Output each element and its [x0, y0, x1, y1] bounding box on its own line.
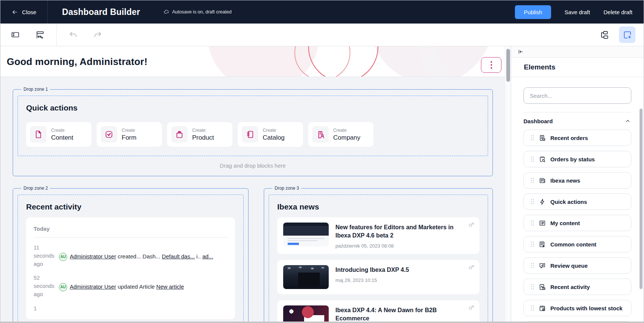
quick-action-kicker: Create [122, 128, 137, 133]
drag-handle-icon[interactable] [531, 135, 534, 141]
drop-zone-3[interactable]: Drop zone 3 Ibexa news New features for … [264, 186, 493, 323]
news-article-card[interactable]: New features for Editors and Marketers i… [277, 217, 479, 254]
activity-link[interactable]: Administrator User [70, 283, 116, 290]
drag-handle-icon[interactable] [531, 241, 534, 247]
main-scrollbar-track[interactable] [505, 46, 511, 323]
drag-handle-icon[interactable] [531, 263, 534, 268]
quick-actions-cards: Create Content Create Form [26, 122, 479, 147]
redo-button[interactable] [90, 27, 106, 43]
open-in-new-icon[interactable] [468, 305, 475, 311]
recent-activity-block[interactable]: Recent activity Today 11 seconds ago AUA… [18, 195, 244, 323]
panel-collapse-row [511, 46, 644, 58]
activity-entry: 52 seconds ago AUAdministrator User upda… [34, 274, 228, 298]
recent-activity-title: Recent activity [26, 202, 235, 211]
structure-view-button[interactable] [596, 27, 612, 43]
activity-link[interactable]: New article [156, 283, 184, 290]
add-section-button[interactable] [619, 27, 635, 43]
quick-action-card[interactable]: Create Company [308, 122, 373, 147]
drag-handle-icon[interactable] [531, 284, 534, 290]
orders-recent-icon [539, 134, 546, 142]
greeting-heading: Good morning, Administrator! [0, 46, 505, 68]
element-item[interactable]: Common content [523, 236, 631, 252]
element-item[interactable]: Orders by status [523, 151, 631, 167]
drop-zones-row: Drop zone 2 Recent activity Today 11 sec… [13, 186, 493, 323]
news-list: New features for Editors and Marketers i… [277, 217, 479, 323]
drag-handle-icon[interactable] [531, 305, 534, 311]
element-item-label: Recent activity [550, 284, 590, 290]
drag-handle-icon[interactable] [531, 199, 534, 205]
orders-status-icon [539, 156, 546, 163]
main-scrollbar-thumb[interactable] [506, 49, 510, 82]
panel-divider [523, 112, 631, 112]
element-item-label: Ibexa news [550, 177, 580, 184]
save-draft-button[interactable]: Save draft [565, 9, 590, 15]
quick-action-label: Form [122, 134, 137, 142]
panel-width-tool-button[interactable] [32, 27, 48, 43]
dashboard-page-header: Good morning, Administrator! [0, 46, 505, 77]
dashboard-section-header[interactable]: Dashboard [523, 118, 631, 124]
quick-action-card[interactable]: Create Catalog [238, 122, 303, 147]
element-item[interactable]: Ibexa news [523, 172, 631, 189]
activity-link[interactable]: ad... [202, 253, 213, 260]
ibexa-news-block[interactable]: Ibexa news New features for Editors and … [269, 195, 488, 323]
activity-group-label: Today [34, 223, 228, 237]
drag-handle-icon[interactable] [531, 220, 534, 226]
news-article-card[interactable]: Introducing Ibexa DXP 4.5 maj 29, 2023 1… [277, 260, 479, 294]
element-item-label: Recent orders [550, 135, 588, 141]
catalog-binder-icon [246, 130, 254, 139]
element-item[interactable]: My content [523, 215, 631, 231]
elements-panel: Elements Dashboard Recent orders Orders … [511, 46, 644, 323]
text-field-tool-button[interactable] [7, 27, 24, 43]
undo-button[interactable] [65, 27, 81, 43]
element-item[interactable]: Recent activity [523, 279, 631, 295]
element-item-label: Common content [550, 241, 596, 248]
element-item[interactable]: Products with lowest stock [523, 300, 631, 316]
close-button[interactable]: Close [0, 0, 47, 24]
news-icon [539, 177, 546, 184]
element-item[interactable]: Review queue [523, 257, 631, 274]
review-queue-icon [539, 262, 546, 269]
cloud-icon [163, 9, 169, 15]
drag-handle-icon[interactable] [531, 156, 534, 162]
delete-draft-button[interactable]: Delete draft [603, 9, 632, 15]
quick-action-kicker: Create [192, 128, 214, 133]
quick-action-card[interactable]: Create Form [97, 122, 162, 147]
panel-width-icon [35, 30, 45, 40]
collapse-panel-icon[interactable] [517, 48, 524, 55]
news-article-card[interactable]: Ibexa DXP 4.4: A New Dawn for B2B Ecomme… [277, 300, 479, 323]
activity-link[interactable]: Administrator User [70, 253, 116, 260]
element-item[interactable]: Recent orders [523, 130, 631, 146]
activity-entry: 1 [34, 304, 228, 313]
open-in-new-icon[interactable] [468, 222, 475, 228]
open-in-new-icon[interactable] [468, 264, 475, 271]
publish-button[interactable]: Publish [515, 5, 551, 19]
search-input[interactable] [523, 87, 631, 104]
drop-zone-2[interactable]: Drop zone 2 Recent activity Today 11 sec… [13, 186, 248, 323]
activity-link[interactable]: Default das... [162, 253, 195, 260]
quick-action-label: Product [192, 134, 214, 142]
kebab-menu-button[interactable] [481, 57, 501, 73]
product-box-icon [175, 130, 184, 139]
panel-scrollbar-thumb[interactable] [640, 109, 643, 289]
activity-time: 11 seconds ago [34, 243, 55, 268]
element-item[interactable]: Quick actions [523, 193, 631, 210]
chevron-up-icon[interactable] [625, 118, 631, 124]
quick-actions-block[interactable]: Quick actions Create Content [18, 96, 488, 156]
activity-time: 1 [34, 304, 55, 313]
quick-action-kicker: Create [51, 128, 74, 133]
drag-handle-icon[interactable] [531, 177, 534, 183]
company-building-icon [316, 130, 325, 139]
app-title: Dashboard Builder [62, 7, 140, 17]
arrow-left-icon [12, 9, 18, 15]
redo-icon [93, 30, 102, 39]
autosave-text: Autosave is on, draft created [172, 9, 232, 15]
quick-action-card[interactable]: Create Content [26, 122, 91, 147]
element-item-label: Orders by status [550, 156, 595, 162]
activity-entries: 11 seconds ago AUAdministrator User crea… [34, 243, 228, 313]
quick-action-card[interactable]: Create Product [167, 122, 232, 147]
window-edge [0, 322, 644, 323]
dashboard-canvas: Good morning, Administrator! Drop zone 1… [0, 46, 505, 323]
common-content-icon [539, 241, 546, 248]
add-section-icon [623, 30, 632, 40]
drop-zone-1[interactable]: Drop zone 1 Quick actions Create Content [13, 87, 493, 176]
